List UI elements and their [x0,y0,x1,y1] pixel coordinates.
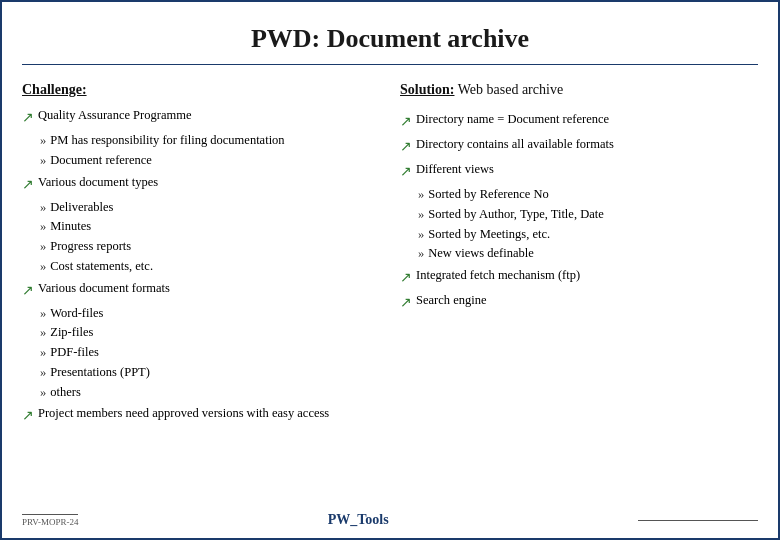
challenge-item-2-text: Various document types [38,173,158,192]
sol-arrow-icon-3: ↗ [400,161,412,182]
solution-label-underline: Solution: [400,82,454,97]
challenge-sub-3-1: » Zip-files [40,323,380,342]
solution-item-3-text: Different views [416,160,494,179]
sub-text-1-1: Document reference [50,151,152,170]
sub-text-1-0: PM has responsibility for filing documen… [50,131,284,150]
solution-item-4-text: Integrated fetch mechanism (ftp) [416,266,580,285]
challenge-sub-3-4: » others [40,383,380,402]
sub-text-2-1: Minutes [50,217,91,236]
sol-sub-3-2: » Sorted by Meetings, etc. [418,225,758,244]
challenge-sublist-3: » Word-files » Zip-files » PDF-files » P… [40,304,380,402]
challenge-title: Challenge: [22,79,380,100]
solution-item-5: ↗ Search engine [400,291,758,313]
solution-sublist-3: » Sorted by Reference No » Sorted by Aut… [418,185,758,263]
sub-text-2-2: Progress reports [50,237,131,256]
bullet-icon: » [40,151,46,170]
sub-text-3-4: others [50,383,81,402]
bullet-icon: » [40,237,46,256]
challenge-item-3: ↗ Various document formats [22,279,380,301]
challenge-sub-3-0: » Word-files [40,304,380,323]
sol-arrow-icon-4: ↗ [400,267,412,288]
sol-sub-text-3-0: Sorted by Reference No [428,185,548,204]
content-area: Challenge: ↗ Quality Assurance Programme… [22,79,758,515]
arrow-icon-2: ↗ [22,174,34,195]
solution-item-1-text: Directory name = Document reference [416,110,609,129]
sol-arrow-icon-2: ↗ [400,136,412,157]
challenge-sublist-2: » Deliverables » Minutes » Progress repo… [40,198,380,276]
challenge-item-1-text: Quality Assurance Programme [38,106,191,125]
challenge-sub-2-2: » Progress reports [40,237,380,256]
challenge-sub-1-0: » PM has responsibility for filing docum… [40,131,380,150]
bullet-icon: » [40,257,46,276]
challenge-item-4: ↗ Project members need approved versions… [22,404,380,426]
challenge-item-3-text: Various document formats [38,279,170,298]
sol-sub-3-1: » Sorted by Author, Type, Title, Date [418,205,758,224]
challenge-sub-2-0: » Deliverables [40,198,380,217]
arrow-icon-4: ↗ [22,405,34,426]
solution-title: Solution: Web based archive [400,79,758,100]
bullet-icon: » [40,131,46,150]
challenge-sub-2-3: » Cost statements, etc. [40,257,380,276]
solution-item-2: ↗ Directory contains all available forma… [400,135,758,157]
right-column: Solution: Web based archive ↗ Directory … [400,79,758,515]
footer-left-text: PRV-MOPR-24 [22,514,78,527]
sol-arrow-icon-5: ↗ [400,292,412,313]
sub-text-2-3: Cost statements, etc. [50,257,153,276]
bullet-icon: » [40,323,46,342]
sol-arrow-icon-1: ↗ [400,111,412,132]
arrow-icon-1: ↗ [22,107,34,128]
bullet-icon: » [418,244,424,263]
solution-label-rest: Web based archive [454,82,563,97]
footer-right-line [638,520,758,521]
solution-item-5-text: Search engine [416,291,486,310]
bullet-icon: » [40,198,46,217]
sub-text-3-3: Presentations (PPT) [50,363,150,382]
footer-center-text: PW_Tools [328,512,389,528]
sol-sub-text-3-3: New views definable [428,244,534,263]
sol-sub-text-3-1: Sorted by Author, Type, Title, Date [428,205,603,224]
sol-sub-text-3-2: Sorted by Meetings, etc. [428,225,550,244]
bullet-icon: » [40,363,46,382]
challenge-sublist-1: » PM has responsibility for filing docum… [40,131,380,170]
sub-text-2-0: Deliverables [50,198,113,217]
left-column: Challenge: ↗ Quality Assurance Programme… [22,79,380,515]
bullet-icon: » [40,383,46,402]
challenge-item-2: ↗ Various document types [22,173,380,195]
solution-item-4: ↗ Integrated fetch mechanism (ftp) [400,266,758,288]
challenge-item-4-text: Project members need approved versions w… [38,404,329,423]
bullet-icon: » [40,304,46,323]
sub-text-3-2: PDF-files [50,343,99,362]
slide-footer: PRV-MOPR-24 PW_Tools [2,512,778,528]
sub-text-3-0: Word-files [50,304,103,323]
solution-item-3: ↗ Different views [400,160,758,182]
bullet-icon: » [40,217,46,236]
bullet-icon: » [418,205,424,224]
challenge-sub-3-2: » PDF-files [40,343,380,362]
slide: PWD: Document archive Challenge: ↗ Quali… [0,0,780,540]
sol-sub-3-3: » New views definable [418,244,758,263]
challenge-sub-2-1: » Minutes [40,217,380,236]
bullet-icon: » [418,225,424,244]
bullet-icon: » [40,343,46,362]
solution-item-1: ↗ Directory name = Document reference [400,110,758,132]
sol-sub-3-0: » Sorted by Reference No [418,185,758,204]
challenge-item-1: ↗ Quality Assurance Programme [22,106,380,128]
challenge-sub-3-3: » Presentations (PPT) [40,363,380,382]
slide-title: PWD: Document archive [22,12,758,65]
sub-text-3-1: Zip-files [50,323,93,342]
challenge-sub-1-1: » Document reference [40,151,380,170]
arrow-icon-3: ↗ [22,280,34,301]
solution-item-2-text: Directory contains all available formats [416,135,614,154]
bullet-icon: » [418,185,424,204]
